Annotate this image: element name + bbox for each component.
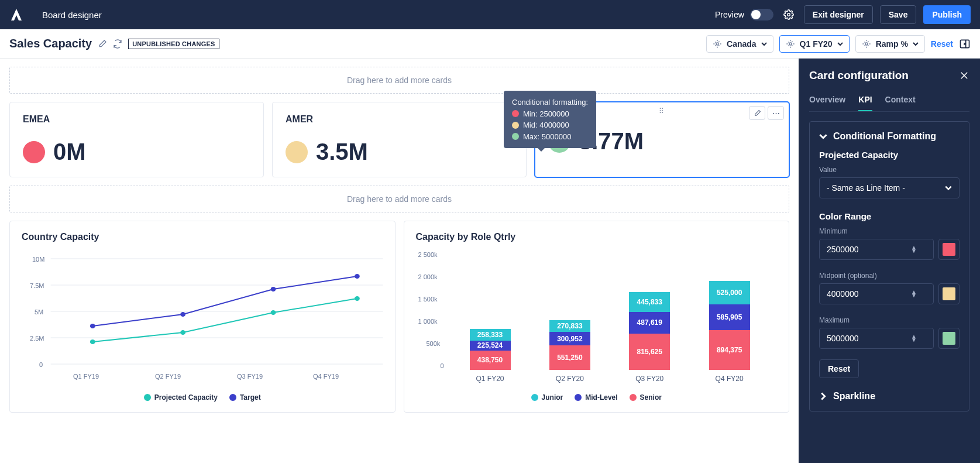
bar-segment: 445,833	[629, 292, 670, 312]
select-value: - Same as Line Item -	[827, 183, 905, 193]
exit-designer-button[interactable]: Exit designer	[804, 5, 873, 24]
x-tick: Q1 FY19	[73, 373, 99, 380]
dropzone-top[interactable]: Drag here to add more cards	[9, 67, 789, 94]
x-tick: Q3 FY19	[237, 373, 263, 380]
stacked-bar-chart: 2 500k 2 000k 1 500k 1 000k 500k 0 438,7…	[416, 253, 778, 387]
app-header: Board designer Preview Exit designer Sav…	[0, 0, 980, 29]
midpoint-input[interactable]: 4000000▲▼	[819, 283, 934, 304]
tab-context[interactable]: Context	[885, 91, 916, 111]
y-tick: 1 500k	[418, 296, 438, 303]
mid-color-swatch[interactable]	[938, 283, 960, 304]
svg-point-17	[355, 296, 360, 301]
panel-title: Card configuration	[809, 69, 909, 82]
section-title: Sparkline	[833, 391, 875, 402]
stepper-icon[interactable]: ▲▼	[911, 246, 917, 253]
section-toggle[interactable]: Conditional Formatting	[819, 131, 960, 142]
line-chart: 10M 7.5M 5M 2.5M 0 Q1 FY19 Q2 FY19 Q3 FY…	[22, 253, 383, 387]
field-label: Value	[819, 166, 960, 174]
filter-q1fy20[interactable]: Q1 FY20	[779, 35, 850, 53]
refresh-icon[interactable]	[113, 39, 122, 49]
panel-toggle-icon[interactable]	[959, 38, 971, 50]
tooltip-row: Min: 2500000	[523, 108, 569, 120]
save-button[interactable]: Save	[880, 5, 917, 24]
dot-icon	[512, 122, 519, 129]
bar-group: 551,250300,952270,833Q2 FY20	[549, 320, 590, 370]
reset-filters-link[interactable]: Reset	[931, 39, 953, 49]
svg-point-13	[355, 274, 360, 279]
kpi-region-label: EMEA	[23, 114, 250, 125]
sparkline-toggle[interactable]: Sparkline	[819, 391, 960, 402]
field-label: Minimum	[819, 227, 960, 235]
page-subheader: Sales Capacity UNPUBLISHED CHANGES Canad…	[0, 29, 980, 59]
chevron-down-icon	[945, 184, 952, 191]
minimum-input[interactable]: 2500000▲▼	[819, 239, 934, 260]
svg-point-2	[789, 43, 792, 45]
maximum-input[interactable]: 5000000▲▼	[819, 328, 934, 349]
conditional-formatting-section: Conditional Formatting Projected Capacit…	[809, 121, 969, 411]
edit-card-button[interactable]	[749, 106, 765, 120]
settings-icon[interactable]	[780, 6, 797, 23]
gear-icon	[786, 39, 795, 49]
y-tick: 10M	[32, 256, 44, 263]
svg-point-1	[716, 43, 718, 45]
filter-label: Canada	[727, 39, 757, 49]
chevron-down-icon	[761, 41, 767, 47]
board-canvas: Drag here to add more cards EMEA 0M AMER…	[0, 59, 799, 463]
tab-overview[interactable]: Overview	[809, 91, 845, 111]
publish-button[interactable]: Publish	[923, 5, 971, 24]
kpi-card-amer[interactable]: AMER 3.5M	[272, 102, 527, 177]
preview-label: Preview	[715, 10, 744, 19]
bar-group: 438,750225,524258,333Q1 FY20	[470, 329, 511, 370]
bar-segment: 585,905	[709, 304, 750, 331]
svg-point-14	[90, 339, 95, 344]
chart-legend: Junior Mid-Level Senior	[416, 393, 778, 402]
legend-dot-icon	[575, 394, 582, 401]
close-icon[interactable]	[959, 70, 969, 81]
kpi-region-label: AMER	[286, 114, 513, 125]
y-tick: 7.5M	[30, 282, 44, 289]
y-tick: 2.5M	[30, 335, 44, 342]
filter-ramp[interactable]: Ramp %	[855, 35, 925, 53]
value-select[interactable]: - Same as Line Item -	[819, 177, 960, 198]
filter-canada[interactable]: Canada	[706, 35, 773, 53]
preview-toggle[interactable]	[750, 9, 773, 20]
svg-point-3	[865, 43, 868, 45]
legend-dot-icon	[630, 394, 637, 401]
x-tick: Q3 FY20	[629, 375, 670, 383]
stepper-icon[interactable]: ▲▼	[911, 335, 917, 342]
field-label: Midpoint (optional)	[819, 272, 960, 280]
svg-point-11	[180, 312, 185, 317]
svg-point-10	[90, 324, 95, 328]
chart-legend: Projected Capacity Target	[22, 393, 383, 402]
min-color-swatch[interactable]	[938, 239, 960, 260]
y-tick: 500k	[427, 340, 441, 347]
legend-label: Mid-Level	[585, 393, 617, 402]
stepper-icon[interactable]: ▲▼	[911, 290, 917, 297]
app-logo-icon	[9, 8, 23, 22]
dropzone-mid[interactable]: Drag here to add more cards	[9, 186, 789, 212]
svg-point-0	[788, 13, 790, 16]
drag-handle-icon[interactable]: ⠿	[659, 107, 665, 115]
section-title: Conditional Formatting	[833, 131, 936, 142]
chart-card-capacity-by-role[interactable]: Capacity by Role Qtrly 2 500k 2 000k 1 5…	[404, 221, 790, 413]
y-tick: 2 500k	[418, 251, 438, 258]
y-tick: 2 000k	[418, 273, 438, 280]
field-label: Maximum	[819, 316, 960, 324]
chevron-right-icon	[819, 392, 827, 400]
input-value: 2500000	[827, 245, 859, 254]
tab-kpi[interactable]: KPI	[858, 91, 872, 111]
input-value: 4000000	[827, 289, 859, 299]
reset-colors-button[interactable]: Reset	[819, 359, 859, 378]
legend-label: Target	[240, 393, 261, 402]
edit-title-icon[interactable]	[98, 39, 107, 49]
y-tick: 5M	[35, 308, 43, 315]
kpi-card-selected[interactable]: Conditional formatting: Min: 2500000 Mid…	[535, 102, 789, 177]
max-color-swatch[interactable]	[938, 328, 960, 349]
svg-point-16	[271, 310, 276, 315]
card-menu-button[interactable]: ⋯	[768, 106, 784, 120]
kpi-card-emea[interactable]: EMEA 0M	[9, 102, 264, 177]
bar-group: 815,625487,619445,833Q3 FY20	[629, 292, 670, 370]
bar-segment: 300,952	[549, 332, 590, 345]
chart-card-country-capacity[interactable]: Country Capacity	[9, 221, 396, 413]
chevron-down-icon	[819, 132, 827, 140]
